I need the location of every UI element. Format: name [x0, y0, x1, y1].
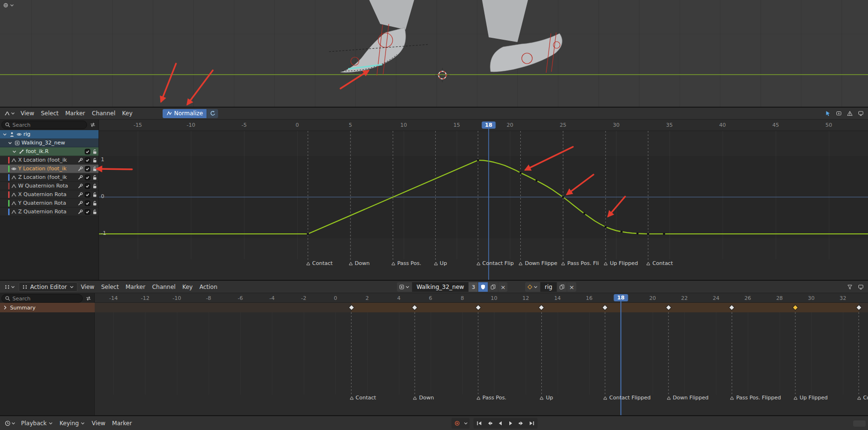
marker-contact-flip[interactable]: Contact Flip: [476, 260, 514, 266]
curve-keyframe[interactable]: [620, 231, 623, 233]
curve-keyframe[interactable]: [604, 226, 607, 228]
object-browse-button[interactable]: [525, 282, 540, 292]
jump-to-start-button[interactable]: [474, 418, 484, 429]
marker-contact[interactable]: Contact: [646, 260, 673, 266]
duplicate-action-button[interactable]: [557, 282, 567, 292]
keyframe-21[interactable]: [665, 305, 671, 311]
current-frame-badge[interactable]: 18: [614, 294, 628, 301]
action-name-field[interactable]: Walking_32_new: [412, 282, 468, 292]
menu-view[interactable]: View: [88, 416, 109, 430]
marker-pass-pos-[interactable]: Pass Pos.: [391, 260, 421, 266]
box-button[interactable]: [834, 109, 844, 118]
curve-keyframe[interactable]: [562, 196, 564, 198]
play-reverse-button[interactable]: [495, 418, 505, 429]
curve-keyframe[interactable]: [307, 233, 309, 235]
marker-down[interactable]: Down: [349, 260, 370, 266]
menu-select[interactable]: Select: [98, 281, 122, 293]
channel-y-location-foot-ik[interactable]: Y Location (foot_ik: [0, 165, 99, 173]
action-users-count-button[interactable]: 3: [469, 282, 478, 292]
editor-corner-handle[interactable]: [853, 420, 866, 427]
curve-keyframe[interactable]: [519, 172, 522, 174]
dope-search-input[interactable]: [12, 296, 79, 302]
normalize-auto-refresh-button[interactable]: [207, 109, 218, 118]
curve-keyframe[interactable]: [663, 233, 665, 235]
menu-playback[interactable]: Playback: [18, 416, 56, 430]
auto-keying-options[interactable]: [462, 418, 469, 429]
menu-channel[interactable]: Channel: [88, 108, 119, 119]
menu-view[interactable]: View: [77, 281, 98, 293]
menu-select[interactable]: Select: [37, 108, 62, 119]
summary-channel[interactable]: Summary: [0, 303, 95, 312]
viewport-3d[interactable]: [0, 0, 868, 107]
keyframe-5[interactable]: [412, 305, 418, 311]
menu-keying[interactable]: Keying: [56, 416, 88, 430]
marker-down-flipped[interactable]: Down Flipped: [667, 395, 709, 401]
object-name-field[interactable]: rig: [540, 282, 557, 292]
unlink-action-button[interactable]: ×: [498, 282, 507, 292]
curve-keyframe[interactable]: [535, 179, 538, 182]
keyframe-33[interactable]: [856, 305, 862, 311]
channel-y-quaternion-rota[interactable]: Y Quaternion Rota: [0, 199, 99, 208]
keyframe-1[interactable]: [348, 305, 354, 311]
channel-w-quaternion-rota[interactable]: W Quaternion Rota: [0, 182, 99, 190]
action-browse-button[interactable]: [397, 282, 412, 292]
channel-x-quaternion-rota[interactable]: X Quaternion Rota: [0, 190, 99, 199]
curve-keyframe[interactable]: [477, 159, 479, 162]
marker-pass-pos-flipped[interactable]: Pass Pos. Flipped: [730, 395, 781, 401]
channel-rig[interactable]: rig: [0, 130, 99, 139]
graph-search-input[interactable]: [12, 122, 84, 128]
dope-sheet-editor-type-button[interactable]: [2, 281, 17, 293]
dope-ruler[interactable]: -14-12-10-8-6-4-202468101214162022242628…: [95, 293, 868, 303]
marker-up-flipped[interactable]: Up Flipped: [793, 395, 828, 401]
marker-pass-pos-[interactable]: Pass Pos.: [476, 395, 506, 401]
dope-canvas[interactable]: -14-12-10-8-6-4-202468101214162022242628…: [95, 293, 868, 415]
marker-down[interactable]: Down: [413, 395, 434, 401]
current-frame-badge[interactable]: 18: [482, 121, 495, 129]
monitor-button[interactable]: [856, 282, 866, 291]
graph-search-box[interactable]: [1, 121, 87, 129]
keyframe-29[interactable]: [792, 305, 799, 311]
marker-contact[interactable]: Contact: [306, 260, 333, 266]
channel-z-quaternion-rota[interactable]: Z Quaternion Rota: [0, 208, 99, 216]
previous-keyframe-button[interactable]: [484, 418, 495, 429]
next-keyframe-button[interactable]: [516, 418, 527, 429]
channel-walking-32-new[interactable]: Walking_32_new: [0, 139, 99, 147]
marker-up-flipped[interactable]: Up Flipped: [604, 260, 638, 266]
warning-button[interactable]: [845, 109, 855, 118]
marker-pass-pos-fli[interactable]: Pass Pos. Fli: [561, 260, 599, 266]
marker-up[interactable]: Up: [539, 395, 553, 401]
editor-mode-dropdown[interactable]: Action Editor: [19, 282, 77, 292]
channel-x-location-foot-ik[interactable]: X Location (foot_ik: [0, 156, 99, 165]
menu-view[interactable]: View: [17, 108, 37, 119]
new-action-button[interactable]: [488, 282, 498, 292]
keyframe-25[interactable]: [729, 305, 735, 311]
curve-keyframe[interactable]: [637, 232, 639, 235]
menu-marker[interactable]: Marker: [109, 416, 135, 430]
keyframe-9[interactable]: [475, 305, 481, 311]
menu-channel[interactable]: Channel: [149, 281, 179, 293]
menu-action[interactable]: Action: [196, 281, 221, 293]
menu-marker[interactable]: Marker: [122, 281, 148, 293]
keyframe-17[interactable]: [602, 305, 608, 311]
unlink-object-button[interactable]: ×: [567, 282, 576, 292]
filter-button[interactable]: [845, 282, 855, 291]
menu-key[interactable]: Key: [179, 281, 196, 293]
marker-contact[interactable]: Contact: [350, 395, 376, 401]
timeline-editor-type-button[interactable]: [3, 416, 18, 430]
jump-to-end-button[interactable]: [527, 418, 537, 429]
fake-user-shield-toggle[interactable]: [478, 282, 488, 292]
curve-keyframe[interactable]: [647, 233, 649, 235]
monitor-button[interactable]: [856, 109, 866, 118]
viewport-editor-type-button[interactable]: [3, 2, 14, 8]
menu-marker[interactable]: Marker: [62, 108, 88, 119]
channel-z-location-foot-ik[interactable]: Z Location (foot_ik: [0, 173, 99, 182]
dope-search-box[interactable]: [1, 294, 83, 303]
graph-canvas[interactable]: -15-10-505101520253035404550 10-1 Contac…: [99, 120, 868, 280]
normalize-button[interactable]: Normalize: [163, 109, 207, 118]
cursor-button[interactable]: [823, 109, 833, 118]
auto-keying-toggle[interactable]: [452, 418, 462, 429]
channel-foot-ik-r[interactable]: foot_ik.R: [0, 147, 99, 156]
marker-down-flippe[interactable]: Down Flippe: [518, 260, 557, 266]
marker-up[interactable]: Up: [434, 260, 447, 266]
filter-invert-button[interactable]: [84, 296, 93, 301]
